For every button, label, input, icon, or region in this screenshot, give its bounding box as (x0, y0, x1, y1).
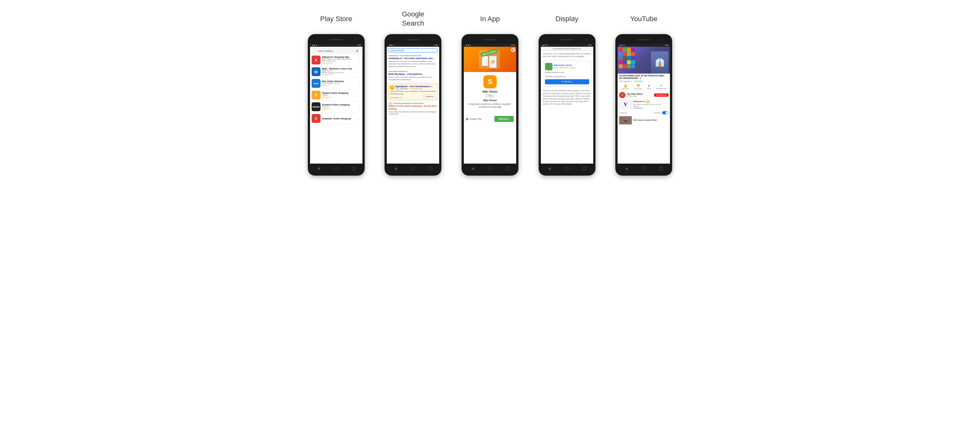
youtube-column: YouTube ▲▼ ● 4:46 ADS 👔 (608, 10, 679, 175)
install-button[interactable]: INSTALL (495, 116, 514, 122)
status-bar: ▲▼ ● 4:46 (464, 44, 516, 47)
recents-button[interactable] (582, 166, 587, 171)
phone-top (464, 37, 516, 42)
back-button[interactable] (393, 166, 398, 171)
status-bar: ▲▼ ● 4:46 (387, 44, 439, 47)
subscribe-button[interactable]: ABONNEREN (654, 94, 668, 97)
ad-icon: M (390, 85, 395, 90)
phone-speaker (330, 39, 342, 40)
learn-more-link[interactable]: Learn More (634, 80, 643, 82)
recents-button[interactable] (428, 166, 433, 171)
add-to-button[interactable]: ↪ Toevoegen aan (656, 84, 667, 90)
recents-button[interactable] (505, 166, 509, 171)
ad-result[interactable]: M Marktplaats - Voor tweedehands e... Ad… (388, 84, 438, 100)
phone-camera (662, 39, 663, 41)
install-button[interactable]: Installeren (423, 94, 436, 98)
search-bar[interactable]: online winkelen (388, 48, 438, 53)
search-result[interactable]: www.belle-boutique.nl/ Belle Boutique - … (387, 69, 439, 83)
search-result[interactable]: wehkamp.nl - het online warenhuis van...… (387, 53, 439, 69)
app-icon: F (312, 91, 320, 99)
display-phone: ▲▼ ● 4:46 mypocketdreamapp.blogspot.com … (539, 34, 595, 175)
phone-speaker (407, 39, 419, 40)
back-button[interactable] (317, 166, 321, 171)
phone-top (617, 37, 670, 42)
recents-button[interactable] (352, 166, 356, 171)
like-button[interactable]: 👍 Vind ik leuk (621, 84, 629, 90)
status-bar: ▲▼ ● 4:46 (541, 44, 593, 47)
app-info: S Mijn Simyo FREE Mijn Simyo Wil jij wet… (464, 72, 516, 114)
status-bar: ▲▼ ● 4:46 (617, 44, 670, 47)
share-button[interactable]: ➤ Delen (647, 84, 651, 90)
autoplay-row: Volgende Autoplay (617, 110, 670, 115)
app-icon: GEAR (312, 102, 320, 111)
back-button[interactable] (471, 166, 475, 171)
ad-banner: ✕ wel zo slim! ▶ (464, 47, 516, 72)
play-store-screen: ← online winkelen 🎤 A AliExpress Shoppin… (310, 47, 363, 164)
app-icon: S (484, 75, 496, 88)
search-result[interactable]: Ad www.designerfashion.nl/sisterspoint S… (387, 101, 439, 118)
play-store-title: Play Store (320, 10, 352, 29)
video-title: FLEUR AGEMA GAAT AF BIJ PAUW EN JINEK - … (617, 73, 670, 80)
gplay-icon (466, 118, 469, 121)
back-button[interactable] (624, 166, 628, 171)
ad-icon: 🦆 (545, 63, 552, 70)
app-icon: w (312, 67, 320, 76)
google-search-title: Google Search (402, 10, 424, 29)
status-bar: ▲▼ ● 4:46 (310, 44, 363, 47)
youtube-title: YouTube (630, 10, 657, 29)
suggested-item[interactable]: V Volkskrant.nl Ad Lees hier het laatste… (617, 99, 670, 110)
next-video-item[interactable]: 🎬 Rolf Jansen verwelzt Fleur (617, 115, 670, 126)
phone-top (387, 37, 439, 42)
back-button[interactable] (547, 166, 552, 171)
close-button[interactable]: ✕ (511, 48, 515, 52)
list-item[interactable]: S Snapdeal: Online Shopping ⋮ (310, 113, 363, 124)
phone-camera (508, 39, 510, 41)
play-store-search[interactable]: ← online winkelen 🎤 (312, 48, 361, 53)
video-actions: 👍 Vind ik leuk 👎 Vind ik niet.. ➤ Delen … (617, 83, 670, 91)
channel-row: V Top Viral Video's 2K abonnees ABONNERE… (617, 91, 670, 99)
phone-speaker (484, 39, 496, 40)
phone-camera (355, 39, 356, 41)
list-item[interactable]: F Flipkart Online Shopping Flipkart ★★★★… (310, 89, 363, 101)
phone-top (541, 37, 593, 42)
home-button[interactable] (411, 166, 415, 171)
install-button[interactable]: ⬇ INSTALL (545, 79, 589, 84)
display-screen: mypocketdreamapp.blogspot.com These days… (541, 47, 593, 164)
play-store-phone: ▲▼ ● 4:46 ← online winkelen 🎤 A AliExpre… (308, 34, 365, 175)
app-icon: A (312, 56, 320, 64)
thumbnail: V (619, 100, 632, 108)
app-icon: mini (312, 79, 320, 88)
display-ad[interactable]: 🦆 Adventure Duck FREE ★★★★★ (3,497) Padd… (543, 61, 591, 87)
list-item[interactable]: w Wish - Winkelen is weer leuk AdWish In… (310, 66, 363, 78)
in-app-column: In App ▲▼ ● 4:46 ✕ wel zo slim! (454, 10, 526, 175)
video-player[interactable]: ADS 👔 (617, 47, 670, 73)
recents-button[interactable] (659, 166, 663, 171)
thumbnail: 🎬 (619, 116, 632, 124)
youtube-phone: ▲▼ ● 4:46 ADS 👔 (615, 34, 672, 175)
phone-nav (310, 165, 363, 172)
home-button[interactable] (334, 166, 339, 171)
list-item[interactable]: A AliExpress Shopping App AdAlibaba.com … (310, 54, 363, 66)
google-search-phone: ▲▼ ● 4:46 online winkelen wehkamp.nl - h… (385, 34, 441, 175)
google-search-column: Google Search ▲▼ ● 4:46 online winkelen … (378, 10, 449, 175)
app-footer: Google Play INSTALL (464, 114, 516, 123)
phone-camera (585, 39, 587, 41)
phone-nav (617, 165, 670, 172)
url-bar[interactable]: mypocketdreamapp.blogspot.com (541, 47, 593, 51)
list-item[interactable]: mini Mini Online Winkelen LightInTheBox … (310, 78, 363, 89)
home-button[interactable] (565, 166, 569, 171)
in-app-title: In App (480, 10, 500, 29)
playlist-icon: ↪ (660, 84, 662, 87)
autoplay-toggle[interactable] (662, 111, 668, 114)
home-button[interactable] (641, 166, 646, 171)
youtube-screen: ADS 👔 (617, 47, 670, 164)
display-title: Display (556, 10, 578, 29)
download-link[interactable]: Downloaden (633, 107, 668, 109)
phone-speaker (638, 39, 650, 40)
phone-nav (541, 165, 593, 172)
list-item[interactable]: GEAR Gearbest Online shopping Gearbest ★… (310, 101, 363, 113)
app-icon: S (312, 114, 320, 123)
dislike-button[interactable]: 👎 Vind ik niet.. (634, 84, 642, 90)
phone-top (310, 37, 363, 42)
home-button[interactable] (488, 166, 492, 171)
